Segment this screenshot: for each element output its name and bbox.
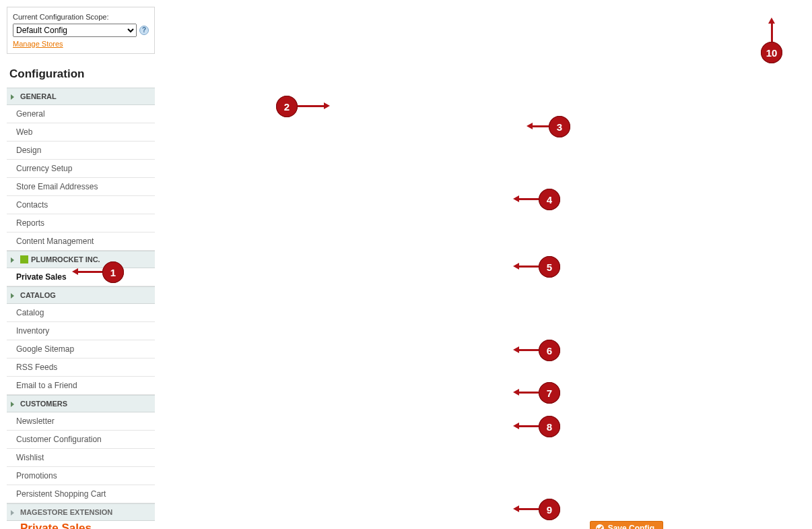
nav-item[interactable]: Design [7, 142, 155, 160]
annotation-arrow [532, 125, 549, 127]
nav-item[interactable]: Email to a Friend [7, 377, 155, 395]
page-title: Private Sales [20, 522, 92, 529]
scope-select[interactable]: Default Config [13, 24, 137, 37]
check-icon [596, 524, 604, 529]
scope-label: Current Configuration Scope: [13, 13, 149, 21]
annotation-badge-1: 1 [102, 261, 124, 283]
annotation-badge-5: 5 [539, 256, 560, 278]
annotation-badge-4: 4 [539, 189, 560, 210]
configuration-heading: Configuration [9, 67, 155, 81]
annotation-arrow [518, 425, 539, 427]
annotation-arrow [298, 105, 325, 107]
nav-item[interactable]: Promotions [7, 467, 155, 485]
nav-item[interactable]: Store Email Addresses [7, 178, 155, 196]
scope-box: Current Configuration Scope: Default Con… [7, 7, 155, 54]
nav-item[interactable]: Google Sitemap [7, 340, 155, 359]
annotation-badge-3: 3 [549, 116, 570, 137]
nav-item[interactable]: Customer Configuration [7, 431, 155, 449]
nav-item[interactable]: Persistent Shopping Cart [7, 485, 155, 503]
plumrocket-logo-icon [20, 255, 28, 263]
help-icon[interactable]: ? [139, 26, 149, 35]
nav-item[interactable]: Newsletter [7, 412, 155, 431]
annotation-badge-10: 10 [761, 42, 782, 63]
nav-section-general[interactable]: GENERAL [7, 88, 155, 105]
nav-item[interactable]: RSS Feeds [7, 359, 155, 377]
annotation-badge-9: 9 [539, 499, 560, 520]
nav-item[interactable]: Reports [7, 214, 155, 232]
annotation-arrow [771, 23, 773, 43]
annotation-badge-6: 6 [539, 340, 560, 361]
nav-item[interactable]: Content Management [7, 232, 155, 251]
annotation-arrow [518, 508, 539, 510]
nav-item[interactable]: Catalog [7, 304, 155, 322]
nav-item[interactable]: Currency Setup [7, 160, 155, 178]
annotation-arrow [518, 198, 539, 200]
nav-section-customers[interactable]: CUSTOMERS [7, 395, 155, 412]
annotation-badge-8: 8 [539, 416, 560, 437]
nav-item[interactable]: Inventory [7, 322, 155, 340]
nav-item[interactable]: Wishlist [7, 449, 155, 467]
annotation-arrow [518, 392, 539, 394]
nav-item[interactable]: Contacts [7, 196, 155, 214]
annotation-arrow [518, 349, 539, 351]
annotation-arrow [518, 266, 539, 268]
nav-section-catalog[interactable]: CATALOG [7, 286, 155, 304]
annotation-arrow [77, 271, 103, 273]
nav-item[interactable]: Web [7, 123, 155, 142]
manage-stores-link[interactable]: Manage Stores [13, 40, 63, 48]
nav-section-plumrocket[interactable]: PLUMROCKET INC. [7, 251, 155, 268]
nav-item[interactable]: General [7, 105, 155, 123]
annotation-badge-2: 2 [276, 96, 298, 117]
nav-section-magestore[interactable]: MAGESTORE EXTENSION [7, 503, 155, 521]
annotation-badge-7: 7 [539, 382, 560, 404]
save-config-button[interactable]: Save Config [590, 521, 663, 529]
